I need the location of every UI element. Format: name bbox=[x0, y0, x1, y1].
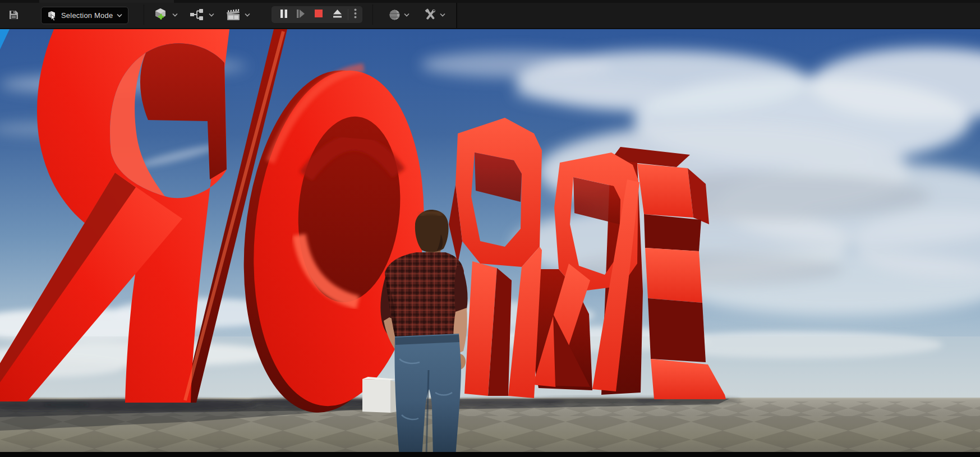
select-object-cursor-icon bbox=[47, 11, 57, 21]
crossed-tools-icon bbox=[424, 8, 436, 21]
unreal-editor-window: { "toolbar": { "save": { "icon": "save-i… bbox=[0, 0, 980, 457]
pause-button[interactable] bbox=[276, 6, 292, 23]
toolbar-separator bbox=[372, 4, 373, 25]
create-actor-button[interactable] bbox=[150, 0, 171, 29]
eject-button[interactable] bbox=[329, 6, 346, 23]
cinematics-dropdown[interactable] bbox=[244, 0, 251, 29]
blueprint-nodes-icon bbox=[190, 8, 205, 21]
toolbar-separator bbox=[144, 4, 144, 25]
toolbar-right-panel bbox=[457, 3, 980, 29]
save-icon bbox=[8, 10, 19, 20]
platforms-button[interactable] bbox=[422, 0, 439, 29]
add-cube-icon bbox=[153, 7, 168, 22]
cinematics-button[interactable] bbox=[223, 0, 243, 29]
selection-mode-dropdown[interactable]: Selection Mode bbox=[41, 7, 128, 24]
white-cube bbox=[362, 377, 397, 413]
viewport-scene bbox=[0, 29, 980, 457]
world-button[interactable] bbox=[386, 0, 403, 29]
platforms-dropdown[interactable] bbox=[439, 0, 446, 29]
stop-button[interactable] bbox=[311, 6, 326, 23]
eject-icon bbox=[333, 10, 342, 20]
step-forward-button[interactable] bbox=[293, 6, 309, 23]
selection-mode-label: Selection Mode bbox=[61, 11, 113, 20]
playback-more-button[interactable] bbox=[349, 6, 361, 23]
stop-icon bbox=[315, 10, 323, 20]
editor-toolbar: Selection Mode bbox=[0, 0, 980, 29]
playback-separator bbox=[348, 9, 348, 20]
globe-icon bbox=[389, 9, 401, 21]
blueprints-dropdown[interactable] bbox=[208, 0, 215, 29]
step-forward-icon bbox=[296, 10, 305, 20]
world-dropdown[interactable] bbox=[403, 0, 410, 29]
blueprints-button[interactable] bbox=[187, 0, 208, 29]
save-button[interactable] bbox=[6, 0, 21, 29]
pause-icon bbox=[280, 10, 288, 20]
playback-controls bbox=[272, 6, 362, 23]
create-actor-dropdown[interactable] bbox=[172, 0, 178, 29]
clapperboard-icon bbox=[226, 8, 241, 21]
letterbox-bar bbox=[0, 452, 980, 457]
level-viewport[interactable] bbox=[0, 29, 980, 457]
vertical-ellipsis-icon bbox=[354, 8, 357, 21]
toolbar-bottom-line bbox=[0, 28, 980, 29]
chevron-down-icon bbox=[117, 13, 122, 17]
